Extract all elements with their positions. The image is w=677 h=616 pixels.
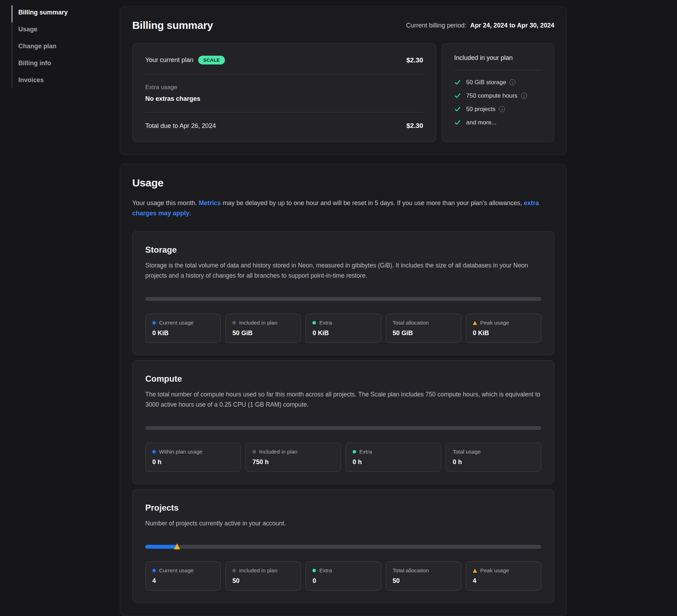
stat-value: 0 h — [152, 458, 234, 466]
stats-row: Current usage 4 Included in plan 50 Extr… — [145, 561, 541, 591]
stat-value: 0 — [312, 577, 374, 585]
usage-intro-text: Your usage this month. — [132, 199, 199, 207]
stat-card-included-in-plan: Included in plan 50 GiB — [225, 314, 301, 343]
info-icon[interactable] — [499, 106, 505, 112]
stat-value: 0 KiB — [152, 329, 214, 337]
stat-label: Extra — [319, 320, 332, 326]
dot-green-icon — [312, 569, 316, 572]
sidebar-item-label: Invoices — [18, 76, 44, 84]
sidebar-item-label: Change plan — [18, 43, 56, 50]
stat-card-included-in-plan: Included in plan 50 — [225, 561, 301, 591]
stat-label-row: Current usage — [152, 567, 214, 574]
nav-active-indicator — [12, 5, 12, 22]
stat-card-total-usage: Total usage 0 h — [446, 443, 541, 472]
info-icon[interactable] — [521, 93, 527, 99]
billing-period-value: Apr 24, 2024 to Apr 30, 2024 — [470, 22, 554, 29]
section-description: The total number of compute hours used s… — [145, 389, 541, 410]
extra-usage-label: Extra usage — [145, 84, 423, 91]
stat-card-total-allocation: Total allocation 50 — [386, 561, 461, 591]
stat-label-row: Current usage — [152, 320, 214, 326]
usage-section-compute: Compute The total number of compute hour… — [132, 360, 554, 484]
sidebar-item-usage[interactable]: Usage — [18, 26, 120, 33]
divider — [454, 70, 542, 70]
sidebar-item-label: Usage — [18, 26, 37, 33]
included-item: 50 GiB storage — [454, 79, 542, 86]
stat-value: 50 — [232, 577, 294, 585]
divider — [145, 112, 423, 112]
total-due-amount: $2.30 — [406, 122, 423, 130]
sidebar-item-billing-summary[interactable]: Billing summary — [18, 9, 120, 16]
triangle-orange-icon — [473, 569, 477, 573]
stats-row: Current usage 0 KiB Included in plan 50 … — [145, 314, 541, 343]
stat-label: Peak usage — [480, 320, 509, 326]
stat-label: Total allocation — [393, 567, 429, 574]
plan-amount: $2.30 — [406, 56, 423, 64]
stat-label: Total allocation — [393, 320, 429, 326]
billing-summary-header: Billing summary Current billing period: … — [132, 19, 554, 31]
dot-green-icon — [312, 321, 316, 325]
total-due-line: Total due to Apr 26, 2024 $2.30 — [145, 122, 423, 130]
stat-label-row: Within plan usage — [152, 449, 234, 455]
stat-card-extra: Extra 0 — [305, 561, 381, 591]
progress-fill — [145, 545, 177, 549]
usage-title: Usage — [132, 177, 554, 189]
stat-card-within-plan-usage: Within plan usage 0 h — [145, 443, 241, 472]
dot-green-icon — [353, 450, 356, 454]
stat-value: 0 KiB — [473, 329, 534, 337]
stat-value: 50 GiB — [232, 329, 294, 337]
stat-value: 0 h — [353, 458, 434, 466]
sidebar-item-change-plan[interactable]: Change plan — [18, 43, 120, 50]
section-title: Storage — [145, 245, 541, 255]
section-description: Number of projects currently active in y… — [145, 518, 541, 529]
usage-progress-bar — [145, 545, 541, 549]
section-title: Projects — [145, 503, 541, 513]
sidebar-item-billing-info[interactable]: Billing info — [18, 60, 120, 67]
stat-value: 50 — [393, 577, 454, 585]
stat-value: 50 GiB — [393, 329, 454, 337]
divider — [145, 74, 423, 74]
included-item-label: 50 GiB storage — [466, 79, 506, 86]
stat-value: 750 h — [252, 458, 334, 466]
stats-row: Within plan usage 0 h Included in plan 7… — [145, 443, 541, 472]
stat-label-row: Included in plan — [232, 320, 294, 326]
check-icon — [454, 106, 461, 112]
stat-card-current-usage: Current usage 0 KiB — [145, 314, 221, 343]
dot-blue-icon — [152, 450, 156, 454]
included-item: 50 projects — [454, 106, 542, 112]
extra-usage-value: No extras charges — [145, 95, 423, 103]
dot-gray-icon — [252, 450, 256, 454]
stat-label: Total usage — [453, 449, 481, 455]
billing-period: Current billing period: Apr 24, 2024 to … — [406, 22, 554, 29]
stat-label-row: Peak usage — [473, 320, 534, 326]
dot-blue-icon — [152, 321, 156, 325]
usage-sections: Storage Storage is the total volume of d… — [132, 231, 554, 603]
stat-card-peak-usage: Peak usage 0 KiB — [466, 314, 541, 343]
included-item: and more... — [454, 119, 542, 126]
included-item: 750 compute hours — [454, 92, 542, 99]
sidebar-item-label: Billing info — [18, 60, 51, 67]
stat-label: Current usage — [159, 567, 194, 574]
stat-card-included-in-plan: Included in plan 750 h — [245, 443, 341, 472]
metrics-link[interactable]: Metrics — [199, 199, 221, 207]
stat-label-row: Included in plan — [252, 449, 334, 455]
usage-progress-bar — [145, 297, 541, 301]
current-plan-label: Your current plan — [145, 56, 193, 64]
stat-label-row: Total allocation — [393, 320, 454, 326]
plan-badge: SCALE — [198, 56, 225, 64]
stat-label: Peak usage — [480, 567, 509, 574]
stat-label: Included in plan — [259, 449, 298, 455]
info-icon[interactable] — [510, 79, 516, 85]
current-plan-line: Your current plan SCALE $2.30 — [145, 56, 423, 64]
stat-label: Current usage — [159, 320, 194, 326]
billing-period-label: Current billing period: — [406, 22, 466, 29]
stat-label-row: Included in plan — [232, 567, 294, 574]
billing-main: Billing summary Current billing period: … — [120, 0, 567, 616]
usage-progress-bar — [145, 426, 541, 430]
dot-blue-icon — [152, 569, 156, 572]
sidebar-item-invoices[interactable]: Invoices — [18, 76, 120, 84]
stat-card-peak-usage: Peak usage 4 — [466, 561, 541, 591]
billing-sidebar: Billing summaryUsageChange planBilling i… — [0, 0, 120, 616]
section-description: Storage is the total volume of data and … — [145, 260, 541, 281]
stat-card-current-usage: Current usage 4 — [145, 561, 221, 591]
stat-value: 0 h — [453, 458, 534, 466]
